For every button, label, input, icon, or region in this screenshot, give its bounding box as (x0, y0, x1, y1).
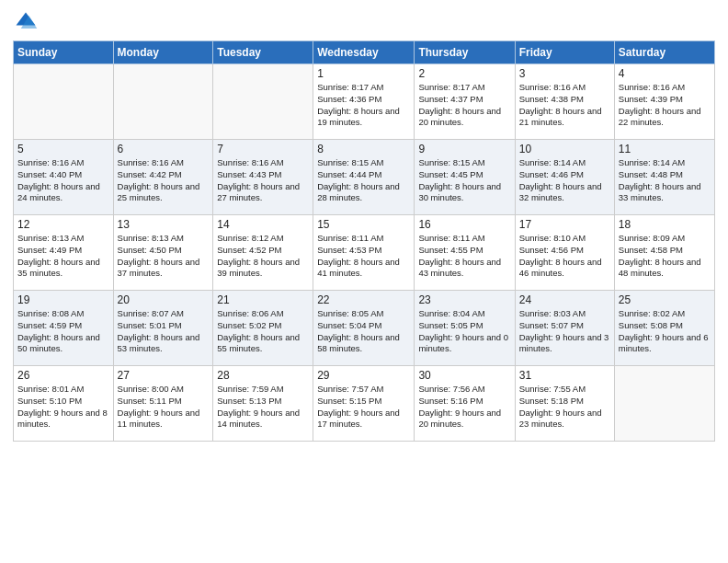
day-number: 10 (519, 143, 610, 155)
day-info: Sunrise: 8:16 AM Sunset: 4:39 PM Dayligh… (619, 82, 711, 129)
day-number: 28 (217, 369, 309, 382)
calendar-cell: 16Sunrise: 8:11 AM Sunset: 4:55 PM Dayli… (415, 215, 515, 291)
day-number: 12 (17, 218, 109, 231)
day-number: 20 (118, 293, 210, 306)
day-info: Sunrise: 8:13 AM Sunset: 4:49 PM Dayligh… (17, 233, 109, 280)
day-number: 21 (217, 293, 309, 306)
day-number: 11 (619, 143, 711, 155)
calendar-cell: 6Sunrise: 8:16 AM Sunset: 4:42 PM Daylig… (113, 140, 213, 215)
day-info: Sunrise: 8:06 AM Sunset: 5:02 PM Dayligh… (217, 308, 309, 355)
day-info: Sunrise: 8:04 AM Sunset: 5:05 PM Dayligh… (418, 308, 510, 355)
day-info: Sunrise: 8:02 AM Sunset: 5:08 PM Dayligh… (619, 308, 711, 355)
calendar-cell: 25Sunrise: 8:02 AM Sunset: 5:08 PM Dayli… (614, 291, 714, 366)
day-info: Sunrise: 8:16 AM Sunset: 4:40 PM Dayligh… (17, 157, 109, 204)
weekday-header-wednesday: Wednesday (313, 41, 415, 64)
day-number: 8 (317, 143, 410, 155)
day-info: Sunrise: 8:17 AM Sunset: 4:36 PM Dayligh… (317, 82, 410, 129)
calendar-header: SundayMondayTuesdayWednesdayThursdayFrid… (14, 41, 715, 64)
calendar-cell: 8Sunrise: 8:15 AM Sunset: 4:44 PM Daylig… (313, 140, 415, 215)
calendar-week-row: 12Sunrise: 8:13 AM Sunset: 4:49 PM Dayli… (14, 215, 715, 291)
day-number: 27 (118, 369, 210, 382)
day-number: 15 (317, 218, 410, 231)
weekday-header-sunday: Sunday (14, 41, 114, 64)
day-number: 23 (418, 293, 510, 306)
calendar-cell: 10Sunrise: 8:14 AM Sunset: 4:46 PM Dayli… (515, 140, 614, 215)
calendar-cell: 13Sunrise: 8:13 AM Sunset: 4:50 PM Dayli… (113, 215, 213, 291)
day-info: Sunrise: 8:08 AM Sunset: 4:59 PM Dayligh… (17, 308, 109, 355)
calendar-cell (14, 64, 114, 140)
calendar-cell: 4Sunrise: 8:16 AM Sunset: 4:39 PM Daylig… (614, 64, 714, 140)
day-info: Sunrise: 8:16 AM Sunset: 4:42 PM Dayligh… (118, 157, 210, 204)
day-number: 26 (17, 369, 109, 382)
calendar-cell: 17Sunrise: 8:10 AM Sunset: 4:56 PM Dayli… (515, 215, 614, 291)
calendar-cell: 30Sunrise: 7:56 AM Sunset: 5:16 PM Dayli… (415, 366, 515, 442)
weekday-header-monday: Monday (113, 41, 213, 64)
day-number: 16 (418, 218, 510, 231)
calendar-cell: 23Sunrise: 8:04 AM Sunset: 5:05 PM Dayli… (415, 291, 515, 366)
day-info: Sunrise: 8:17 AM Sunset: 4:37 PM Dayligh… (418, 82, 510, 129)
calendar-cell (213, 64, 313, 140)
calendar-cell: 31Sunrise: 7:55 AM Sunset: 5:18 PM Dayli… (515, 366, 614, 442)
day-number: 5 (17, 143, 109, 155)
calendar-cell: 12Sunrise: 8:13 AM Sunset: 4:49 PM Dayli… (14, 215, 114, 291)
calendar-cell: 14Sunrise: 8:12 AM Sunset: 4:52 PM Dayli… (213, 215, 313, 291)
day-number: 30 (418, 369, 510, 382)
weekday-header-thursday: Thursday (415, 41, 515, 64)
calendar-cell (614, 366, 714, 442)
calendar-cell (113, 64, 213, 140)
day-info: Sunrise: 8:16 AM Sunset: 4:38 PM Dayligh… (519, 82, 610, 129)
day-info: Sunrise: 8:09 AM Sunset: 4:58 PM Dayligh… (619, 233, 711, 280)
day-number: 14 (217, 218, 309, 231)
weekday-header-friday: Friday (515, 41, 614, 64)
day-info: Sunrise: 8:12 AM Sunset: 4:52 PM Dayligh… (217, 233, 309, 280)
calendar-cell: 21Sunrise: 8:06 AM Sunset: 5:02 PM Dayli… (213, 291, 313, 366)
day-info: Sunrise: 8:01 AM Sunset: 5:10 PM Dayligh… (17, 384, 109, 431)
day-number: 31 (519, 369, 610, 382)
calendar-cell: 20Sunrise: 8:07 AM Sunset: 5:01 PM Dayli… (113, 291, 213, 366)
day-info: Sunrise: 8:14 AM Sunset: 4:48 PM Dayligh… (619, 157, 711, 204)
page-header (13, 9, 715, 35)
day-number: 22 (317, 293, 410, 306)
calendar-cell: 15Sunrise: 8:11 AM Sunset: 4:53 PM Dayli… (313, 215, 415, 291)
day-info: Sunrise: 8:15 AM Sunset: 4:45 PM Dayligh… (418, 157, 510, 204)
calendar-cell: 28Sunrise: 7:59 AM Sunset: 5:13 PM Dayli… (213, 366, 313, 442)
calendar-cell: 11Sunrise: 8:14 AM Sunset: 4:48 PM Dayli… (614, 140, 714, 215)
weekday-header-row: SundayMondayTuesdayWednesdayThursdayFrid… (14, 41, 715, 64)
day-number: 17 (519, 218, 610, 231)
calendar-cell: 3Sunrise: 8:16 AM Sunset: 4:38 PM Daylig… (515, 64, 614, 140)
calendar-cell: 5Sunrise: 8:16 AM Sunset: 4:40 PM Daylig… (14, 140, 114, 215)
day-info: Sunrise: 8:16 AM Sunset: 4:43 PM Dayligh… (217, 157, 309, 204)
day-info: Sunrise: 8:05 AM Sunset: 5:04 PM Dayligh… (317, 308, 410, 355)
calendar-week-row: 5Sunrise: 8:16 AM Sunset: 4:40 PM Daylig… (14, 140, 715, 215)
calendar-week-row: 19Sunrise: 8:08 AM Sunset: 4:59 PM Dayli… (14, 291, 715, 366)
logo (13, 9, 42, 35)
calendar-cell: 22Sunrise: 8:05 AM Sunset: 5:04 PM Dayli… (313, 291, 415, 366)
day-info: Sunrise: 8:10 AM Sunset: 4:56 PM Dayligh… (519, 233, 610, 280)
calendar-cell: 2Sunrise: 8:17 AM Sunset: 4:37 PM Daylig… (415, 64, 515, 140)
day-info: Sunrise: 8:13 AM Sunset: 4:50 PM Dayligh… (118, 233, 210, 280)
calendar-cell: 18Sunrise: 8:09 AM Sunset: 4:58 PM Dayli… (614, 215, 714, 291)
day-number: 24 (519, 293, 610, 306)
day-number: 6 (118, 143, 210, 155)
day-info: Sunrise: 7:59 AM Sunset: 5:13 PM Dayligh… (217, 384, 309, 431)
day-number: 7 (217, 143, 309, 155)
calendar-table: SundayMondayTuesdayWednesdayThursdayFrid… (13, 40, 715, 442)
calendar-cell: 29Sunrise: 7:57 AM Sunset: 5:15 PM Dayli… (313, 366, 415, 442)
day-info: Sunrise: 8:14 AM Sunset: 4:46 PM Dayligh… (519, 157, 610, 204)
calendar-week-row: 26Sunrise: 8:01 AM Sunset: 5:10 PM Dayli… (14, 366, 715, 442)
day-number: 18 (619, 218, 711, 231)
calendar-body: 1Sunrise: 8:17 AM Sunset: 4:36 PM Daylig… (14, 64, 715, 442)
day-number: 9 (418, 143, 510, 155)
day-info: Sunrise: 7:56 AM Sunset: 5:16 PM Dayligh… (418, 384, 510, 431)
day-info: Sunrise: 8:11 AM Sunset: 4:55 PM Dayligh… (418, 233, 510, 280)
calendar-cell: 19Sunrise: 8:08 AM Sunset: 4:59 PM Dayli… (14, 291, 114, 366)
day-number: 19 (17, 293, 109, 306)
day-number: 4 (619, 67, 711, 80)
weekday-header-tuesday: Tuesday (213, 41, 313, 64)
day-info: Sunrise: 8:11 AM Sunset: 4:53 PM Dayligh… (317, 233, 410, 280)
calendar-cell: 24Sunrise: 8:03 AM Sunset: 5:07 PM Dayli… (515, 291, 614, 366)
day-number: 29 (317, 369, 410, 382)
day-number: 13 (118, 218, 210, 231)
day-number: 1 (317, 67, 410, 80)
day-info: Sunrise: 7:57 AM Sunset: 5:15 PM Dayligh… (317, 384, 410, 431)
